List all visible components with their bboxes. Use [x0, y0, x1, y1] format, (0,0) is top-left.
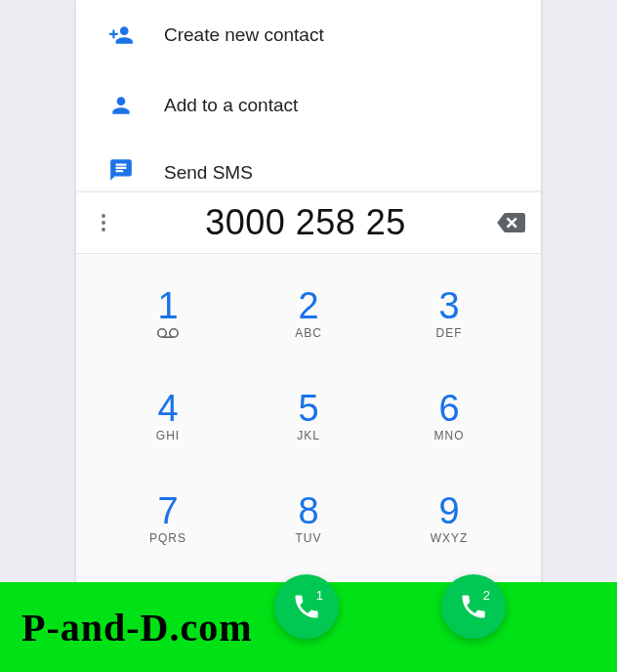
key-3[interactable]: 3 DEF — [379, 262, 519, 364]
contact-actions: Create new contact Add to a contact Send… — [76, 0, 541, 191]
add-to-contact-label: Add to a contact — [164, 95, 298, 116]
call-button-sim2[interactable]: 2 — [441, 574, 506, 639]
send-sms-row[interactable]: Send SMS — [76, 141, 541, 191]
key-9[interactable]: 9 WXYZ — [379, 467, 519, 569]
svg-point-0 — [158, 328, 166, 336]
key-1[interactable]: 1 — [98, 262, 238, 364]
call-button-sim1[interactable]: 1 — [274, 574, 339, 639]
number-entry-bar: 3000 258 25 — [76, 191, 541, 254]
create-contact-row[interactable]: Create new contact — [76, 0, 541, 70]
key-5[interactable]: 5 JKL — [238, 364, 379, 467]
add-to-contact-row[interactable]: Add to a contact — [76, 70, 541, 141]
dialed-number: 3000 258 25 — [117, 202, 494, 243]
key-7[interactable]: 7 PQRS — [98, 467, 238, 569]
person-icon — [107, 92, 135, 119]
voicemail-icon — [156, 326, 180, 340]
key-2[interactable]: 2 ABC — [238, 262, 379, 364]
sim2-badge: 2 — [483, 588, 490, 603]
key-8[interactable]: 8 TUV — [238, 467, 379, 569]
create-contact-label: Create new contact — [164, 24, 324, 46]
sms-icon — [107, 156, 135, 184]
backspace-button[interactable] — [494, 206, 527, 239]
svg-point-1 — [170, 328, 178, 336]
more-options-button[interactable] — [90, 208, 117, 237]
add-person-icon — [107, 21, 135, 49]
key-4[interactable]: 4 GHI — [98, 364, 238, 467]
sim1-badge: 1 — [316, 588, 323, 603]
key-6[interactable]: 6 MNO — [379, 364, 519, 467]
send-sms-label: Send SMS — [164, 162, 253, 184]
dialer-screen: Create new contact Add to a contact Send… — [76, 0, 541, 672]
